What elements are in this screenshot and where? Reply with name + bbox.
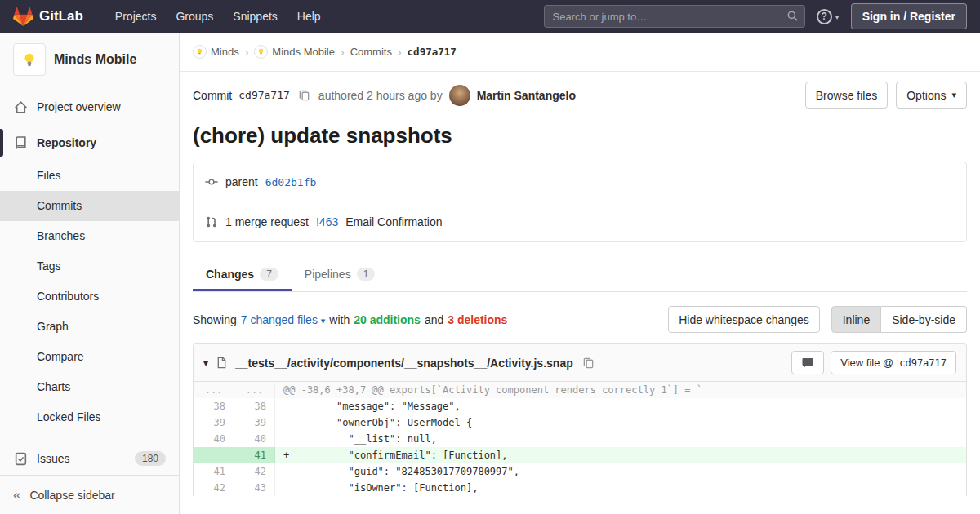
copy-commit-sha-button[interactable]: [296, 87, 312, 103]
sidebar-item-contributors[interactable]: Contributors: [0, 281, 179, 312]
diff-text: "confirmEmail": [Function],: [289, 450, 507, 461]
new-line-number[interactable]: 42: [234, 463, 275, 480]
diff-file-header: ▾ __tests__/activity/components/__snapsh…: [194, 344, 966, 382]
sidebar-item-repository[interactable]: Repository: [0, 125, 179, 161]
breadcrumb-commits-link[interactable]: Commits: [350, 46, 392, 58]
with-label: with: [329, 313, 350, 326]
old-line-number[interactable]: 38: [194, 398, 234, 414]
commit-label: Commit: [193, 89, 232, 102]
sidebar-item-commits[interactable]: Commits: [0, 191, 179, 221]
showing-label: Showing: [193, 313, 237, 326]
deletions-count: 3 deletions: [448, 313, 507, 326]
merge-request-row: 1 merge request !463 Email Confirmation: [194, 202, 966, 241]
sidebar-item-files[interactable]: Files: [0, 161, 179, 191]
nav-item-help[interactable]: Help: [288, 5, 330, 28]
diff-summary-text: Showing 7 changed files ▾ with 20 additi…: [193, 313, 507, 326]
nav-item-snippets[interactable]: Snippets: [224, 5, 286, 28]
new-line-number[interactable]: 40: [234, 431, 275, 447]
tab-pipelines[interactable]: Pipelines 1: [292, 259, 389, 291]
breadcrumb-project[interactable]: Minds Mobile: [254, 45, 335, 59]
authored-text: authored 2 hours ago by: [318, 89, 443, 102]
sidebar-item-issues[interactable]: Issues 180: [0, 441, 179, 476]
main-content: Minds › Minds Mobile › Commits › cd97a71…: [180, 33, 980, 514]
commit-info-box: parent 6d02b1fb 1 merge request !463 Ema…: [193, 162, 967, 242]
nav-item-projects[interactable]: Projects: [106, 5, 166, 28]
sidebar-item-branches[interactable]: Branches: [0, 221, 179, 251]
sign-in-register-button[interactable]: Sign in / Register: [851, 3, 967, 29]
old-line-number[interactable]: [194, 447, 234, 463]
search-box: [544, 5, 805, 28]
comment-icon: [801, 357, 814, 370]
code-line: "__list": null,: [275, 431, 966, 447]
collapse-sidebar-button[interactable]: « Collapse sidebar: [0, 475, 179, 514]
old-line-number[interactable]: 41: [194, 463, 234, 480]
breadcrumb-group-link[interactable]: Minds: [211, 46, 239, 58]
search-input[interactable]: [544, 5, 805, 28]
tanuki-icon: [13, 7, 33, 26]
navbar-right: ? ▾ Sign in / Register: [544, 3, 967, 29]
sidebar-item-label: Issues: [37, 452, 69, 465]
diff-code-row: 42 43 "isOwner": [Function],: [194, 480, 966, 496]
project-header[interactable]: Minds Mobile: [0, 33, 179, 84]
diff-table: ... ... @@ -38,6 +38,7 @@ exports[`Activ…: [194, 382, 966, 496]
tab-changes-label: Changes: [206, 268, 254, 281]
brand-wordmark: GitLab: [39, 8, 83, 24]
parent-sha-link[interactable]: 6d02b1fb: [265, 176, 317, 188]
sidebar-item-tags[interactable]: Tags: [0, 251, 179, 281]
sidebar-item-charts[interactable]: Charts: [0, 372, 179, 402]
code-line-added: + "confirmEmail": [Function],: [275, 447, 966, 463]
diff-mode-toggle: Inline Side-by-side: [831, 306, 967, 333]
author-name-link[interactable]: Martin Santangelo: [477, 89, 576, 102]
parent-label: parent: [225, 175, 258, 188]
commit-title: (chore) update snapshots: [193, 123, 967, 148]
diff-text: "guid": "824853017709780997",: [289, 466, 519, 477]
breadcrumb-current-sha: cd97a717: [408, 46, 457, 58]
breadcrumb-separator-icon: ›: [341, 46, 345, 59]
new-line-number[interactable]: 38: [234, 398, 275, 414]
author-avatar[interactable]: [449, 85, 470, 106]
double-chevron-left-icon: «: [13, 488, 20, 502]
sidebar-item-graph[interactable]: Graph: [0, 312, 179, 342]
old-line-number[interactable]: 42: [194, 480, 234, 496]
new-line-number[interactable]: 39: [234, 414, 275, 431]
pipelines-count-badge: 1: [357, 268, 376, 281]
diff-code-row: 41 42 "guid": "824853017709780997",: [194, 463, 966, 480]
sidebar-item-project-overview[interactable]: Project overview: [0, 89, 179, 125]
old-line-number[interactable]: 39: [194, 414, 234, 431]
diff-added-row: 41 + "confirmEmail": [Function],: [194, 447, 966, 463]
gitlab-logo[interactable]: GitLab: [13, 7, 83, 26]
new-line-number: ...: [234, 382, 275, 398]
old-line-number[interactable]: 40: [194, 431, 234, 447]
browse-files-button[interactable]: Browse files: [805, 82, 888, 109]
new-line-number[interactable]: 43: [234, 480, 275, 496]
breadcrumb-separator-icon: ›: [245, 46, 249, 59]
inline-view-button[interactable]: Inline: [831, 306, 881, 333]
tab-changes[interactable]: Changes 7: [193, 259, 292, 291]
collapse-sidebar-label: Collapse sidebar: [29, 489, 114, 502]
view-file-button[interactable]: View file @ cd97a717: [831, 351, 956, 374]
diff-file-card: ▾ __tests__/activity/components/__snapsh…: [193, 343, 967, 496]
commit-meta-left: Commit cd97a717 authored 2 hours ago by …: [193, 85, 576, 106]
options-label: Options: [906, 89, 946, 102]
options-dropdown-button[interactable]: Options ▾: [896, 82, 967, 109]
breadcrumb-group[interactable]: Minds: [193, 45, 239, 59]
sidebar-item-locked-files[interactable]: Locked Files: [0, 402, 179, 432]
sidebar-item-compare[interactable]: Compare: [0, 342, 179, 372]
toggle-comments-button[interactable]: [791, 351, 824, 374]
help-dropdown[interactable]: ? ▾: [817, 9, 840, 24]
nav-item-groups[interactable]: Groups: [167, 5, 222, 28]
collapse-diff-caret-icon[interactable]: ▾: [203, 357, 208, 369]
commit-meta-actions: Browse files Options ▾: [805, 82, 967, 109]
new-line-number[interactable]: 41: [234, 447, 275, 463]
issues-count-badge: 180: [135, 451, 166, 466]
commit-sha: cd97a717: [238, 89, 290, 101]
diff-code-row: 38 38 "message": "Message",: [194, 398, 966, 414]
view-file-sha: cd97a717: [899, 357, 947, 369]
merge-request-ref-link[interactable]: !463: [316, 215, 338, 228]
copy-file-path-button[interactable]: [581, 355, 596, 370]
file-path-link[interactable]: __tests__/activity/components/__snapshot…: [235, 357, 573, 370]
changed-files-dropdown[interactable]: 7 changed files ▾: [241, 313, 326, 326]
hide-whitespace-button[interactable]: Hide whitespace changes: [668, 306, 820, 333]
breadcrumb-project-link[interactable]: Minds Mobile: [272, 46, 335, 58]
side-by-side-view-button[interactable]: Side-by-side: [881, 306, 967, 333]
